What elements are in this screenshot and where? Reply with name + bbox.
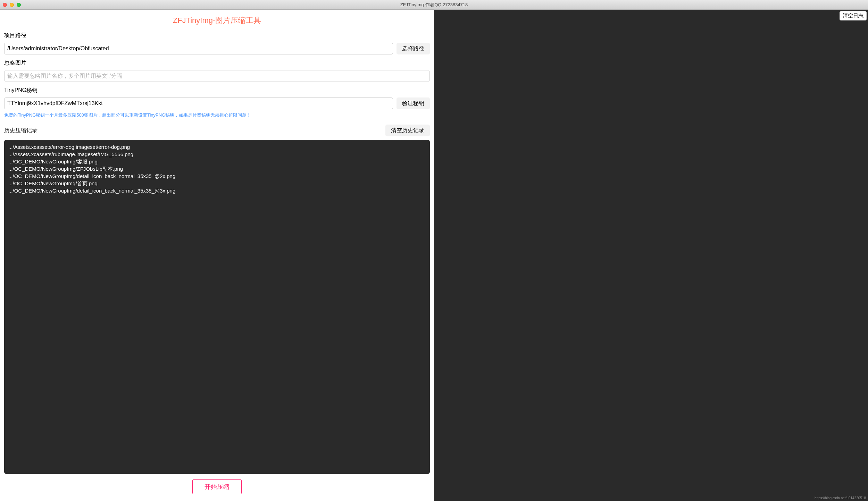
log-panel: 清空日志 https://blog.csdn.net/u014220518 (434, 10, 868, 501)
tinypng-hint: 免费的TinyPNG秘钥一个月最多压缩500张图片，超出部分可以重新设置Tiny… (4, 112, 430, 118)
maximize-icon[interactable] (17, 3, 21, 7)
app-window: ZFJTinyImg-作者QQ:2723834718 ZFJTinyImg-图片… (0, 0, 868, 501)
tinypng-key-input[interactable] (4, 97, 393, 109)
history-label: 历史压缩记录 (4, 127, 37, 134)
list-item: .../OC_DEMO/NewGroupImg/detail_icon_back… (8, 172, 426, 180)
close-icon[interactable] (3, 3, 7, 7)
traffic-lights (3, 3, 21, 7)
clear-history-button[interactable]: 清空历史记录 (385, 125, 430, 136)
watermark: https://blog.csdn.net/u014220518 (815, 496, 866, 500)
list-item: .../OC_DEMO/NewGroupImg/客服.png (8, 158, 426, 165)
ignore-images-label: 忽略图片 (4, 59, 430, 67)
ignore-images-row (4, 70, 430, 82)
titlebar: ZFJTinyImg-作者QQ:2723834718 (0, 0, 868, 10)
project-path-label: 项目路径 (4, 32, 430, 39)
list-item: .../OC_DEMO/NewGroupImg/ZFJObsLib副本.png (8, 165, 426, 172)
list-item: .../Assets.xcassets/error-dog.imageset/e… (8, 143, 426, 151)
list-item: .../OC_DEMO/NewGroupImg/首页.png (8, 180, 426, 187)
left-panel: ZFJTinyImg-图片压缩工具 项目路径 选择路径 忽略图片 TinyPNG… (0, 10, 434, 501)
list-item: .../Assets.xcassets/rubImage.imageset/IM… (8, 151, 426, 158)
start-button-wrap: 开始压缩 (4, 474, 430, 495)
project-path-row: 选择路径 (4, 43, 430, 54)
window-title: ZFJTinyImg-作者QQ:2723834718 (400, 2, 468, 8)
tinypng-key-row: 验证秘钥 (4, 97, 430, 109)
tinypng-key-label: TinyPNG秘钥 (4, 87, 430, 94)
history-header: 历史压缩记录 清空历史记录 (4, 125, 430, 136)
start-compress-button[interactable]: 开始压缩 (192, 479, 242, 494)
clear-log-button[interactable]: 清空日志 (840, 11, 867, 20)
body-split: ZFJTinyImg-图片压缩工具 项目路径 选择路径 忽略图片 TinyPNG… (0, 10, 868, 501)
project-path-input[interactable] (4, 43, 393, 54)
list-item: .../OC_DEMO/NewGroupImg/detail_icon_back… (8, 187, 426, 194)
history-box[interactable]: .../Assets.xcassets/error-dog.imageset/e… (4, 140, 430, 474)
app-title: ZFJTinyImg-图片压缩工具 (4, 15, 430, 26)
ignore-images-input[interactable] (4, 70, 430, 82)
choose-path-button[interactable]: 选择路径 (397, 43, 430, 54)
verify-key-button[interactable]: 验证秘钥 (397, 97, 430, 109)
minimize-icon[interactable] (10, 3, 14, 7)
